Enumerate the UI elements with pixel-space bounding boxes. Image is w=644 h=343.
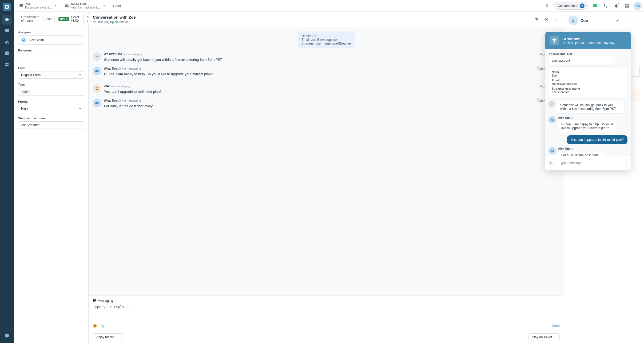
sidebar-item-home[interactable] — [2, 15, 12, 25]
bot-via: via messaging — [124, 53, 142, 56]
sidebar-item-reports[interactable] — [2, 49, 12, 58]
breadcrumb-bar: Organization (Create) Zoe OPEN Ticket #1… — [14, 12, 88, 26]
emoji-icon[interactable]: 🙂 — [93, 324, 97, 328]
widget-msg-1: Answer Bot · Bot your account — [548, 52, 627, 65]
widget-subtitle: Need help? Go ahead, make my day. — [562, 41, 615, 45]
conv-header: Conversation with Zoe Via messaging Acti… — [89, 12, 564, 27]
conv-sub: Via messaging Active — [93, 20, 136, 24]
followers-input[interactable] — [18, 54, 84, 62]
filter-btn[interactable] — [533, 16, 540, 23]
notification-icon-btn[interactable] — [612, 2, 621, 10]
widget-incoming-6: For sure, let me do it right away. — [558, 151, 602, 156]
widget-header-text: Streamer Need help? Go ahead, make my da… — [562, 37, 615, 45]
breadcrumb-zoe[interactable]: Zoe — [43, 16, 55, 22]
zoe-bubble: Yes, can I upgrade to Unlimited plan? — [104, 89, 560, 94]
edit-user-btn[interactable] — [614, 17, 622, 24]
alex-message-header-1: Alex Smith via messaging Today at 9:01 A… — [104, 67, 560, 70]
widget-msg-5-group: Yes, can I upgrade to Unlimited plan? — [548, 135, 627, 144]
info-name-value: Zoe — [552, 74, 624, 77]
more-btn[interactable] — [552, 16, 560, 23]
sidebar-item-tickets[interactable] — [2, 26, 12, 36]
user-header-name: Zoe — [581, 18, 588, 23]
alex-message-header-2: Alex Smith via messaging Today at 9:01 A… — [104, 99, 560, 102]
active-dot — [116, 21, 118, 23]
sidebar-item-zendesk[interactable] — [2, 331, 12, 340]
zoe-avatar: Z — [93, 84, 101, 93]
conv-title: Conversation with Zoe — [93, 15, 136, 19]
reply-mode-selector[interactable]: Messaging — [93, 299, 117, 303]
priority-select[interactable]: LowNormalHighUrgent — [18, 105, 84, 112]
phone-icon-btn[interactable] — [601, 2, 610, 10]
bot-message-content: Answer Bot via messaging Today at 9:01 A… — [104, 52, 560, 62]
tab-janae[interactable]: Janae Cole Hello, I am having an is... ✕ — [61, 1, 109, 11]
reply-icons: 🙂 📎 — [93, 324, 105, 328]
conv-header-info: Conversation with Zoe Via messaging Acti… — [93, 15, 136, 24]
widget-outgoing-1: Yes, can I upgrade to Unlimited plan? — [567, 135, 627, 144]
floating-widget: Streamer Need help? Go ahead, make my da… — [545, 32, 631, 170]
history-btn[interactable] — [543, 16, 550, 23]
add-tab-button[interactable]: + Add — [110, 1, 124, 11]
message-bot1: ·· Answer Bot via messaging Today at 9:0… — [93, 52, 560, 62]
assignee-avatar: AS — [21, 37, 26, 43]
more-user-btn[interactable] — [623, 17, 631, 24]
collapse-user-btn[interactable] — [632, 17, 640, 24]
widget-agent-avatar-2: AS — [548, 147, 556, 154]
conv-actions — [533, 16, 560, 23]
alex-message-content-1: Alex Smith via messaging Today at 9:01 A… — [104, 67, 560, 80]
macro-select[interactable]: Apply macro — [93, 333, 122, 341]
user-avatar[interactable]: AS — [633, 2, 642, 10]
messages-area: Name: Zoe Email: zoe@lovedogs.com Stream… — [89, 27, 564, 296]
search-button[interactable] — [543, 2, 551, 10]
widget-message-input[interactable] — [555, 159, 627, 167]
grid-icon-btn[interactable] — [623, 2, 631, 10]
attachment-icon[interactable]: 📎 — [100, 324, 105, 328]
widget-attach-icon[interactable]: 📎 — [548, 161, 553, 165]
zoe-sender: Zoe — [104, 84, 110, 88]
tab-zoe-label: Zoe For sure, let me do it... — [25, 2, 52, 9]
sidebar-item-contacts[interactable] — [2, 37, 12, 47]
streamer-label: Streamer user name — [18, 117, 84, 120]
conversations-badge[interactable]: Conversations 0 — [554, 2, 588, 10]
sidebar-bottom — [2, 331, 12, 340]
tab-bar: Zoe For sure, let me do it... ✕ Janae Co… — [14, 0, 644, 12]
tab-zoe-close[interactable]: ✕ — [53, 4, 58, 8]
widget-incoming-3: Someone will usually get back to you wit… — [557, 101, 624, 113]
followers-field-group: Followers — [18, 49, 84, 62]
widget-msg-6-group: AS Alex Smith For sure, let me do it rig… — [548, 147, 627, 156]
widget-info-block: Name Zoe Email zoe@lovedogs.com Streamer… — [548, 68, 627, 98]
header-icons: AS — [591, 2, 642, 10]
assignee-value: Alex Smith — [29, 38, 44, 42]
form-label: Form — [18, 66, 84, 70]
breadcrumb-org[interactable]: Organization (Create) — [18, 14, 42, 24]
reply-area: Messaging 🙂 📎 Send — [89, 296, 564, 331]
tags-input[interactable]: VIP — [18, 88, 84, 96]
reply-input[interactable] — [93, 305, 560, 321]
widget-logo — [550, 36, 559, 45]
priority-label: Priority — [18, 100, 84, 103]
stay-on-ticket-btn[interactable]: Stay on Ticket — [528, 333, 560, 341]
streamer-input[interactable] — [18, 121, 84, 129]
user-header-actions — [614, 17, 640, 24]
bot-sender: Answer Bot — [104, 52, 122, 56]
assignee-field[interactable]: AS Alex Smith — [18, 35, 84, 45]
tab-zoe[interactable]: Zoe For sure, let me do it... ✕ — [16, 1, 61, 11]
widget-title: Streamer — [562, 37, 615, 41]
priority-select-wrapper: LowNormalHighUrgent ▼ — [18, 105, 84, 112]
zoe-message-header: Zoe via messaging Today at 9:01 AM — [104, 84, 560, 88]
left-panel: Organization (Create) Zoe OPEN Ticket #1… — [14, 12, 89, 343]
streamer-field-group: Streamer user name — [18, 117, 84, 129]
message-alex2: AS Alex Smith via messaging Today at 9:0… — [93, 99, 560, 112]
widget-agent-avatar-1: AS — [548, 116, 556, 123]
assignee-label: Assignee — [18, 31, 84, 34]
alex-bubble-1: Hi Zoe, I am happy to help. So you'd lik… — [104, 71, 560, 77]
send-button[interactable]: Send — [552, 324, 560, 328]
form-select[interactable]: Regular FormStandard FormPremium Form — [18, 71, 84, 79]
conversations-count: 0 — [580, 3, 585, 8]
widget-bot-sender: Answer Bot · Bot — [548, 52, 627, 55]
ticket-badge[interactable]: OPEN Ticket #1234 — [56, 14, 82, 24]
chat-icon-btn[interactable] — [591, 2, 599, 10]
alex-ticks-2: ✓✓ — [104, 109, 560, 112]
tab-janae-close[interactable]: ✕ — [102, 4, 106, 8]
app-logo[interactable] — [3, 3, 11, 11]
sidebar-item-settings[interactable] — [2, 60, 12, 69]
